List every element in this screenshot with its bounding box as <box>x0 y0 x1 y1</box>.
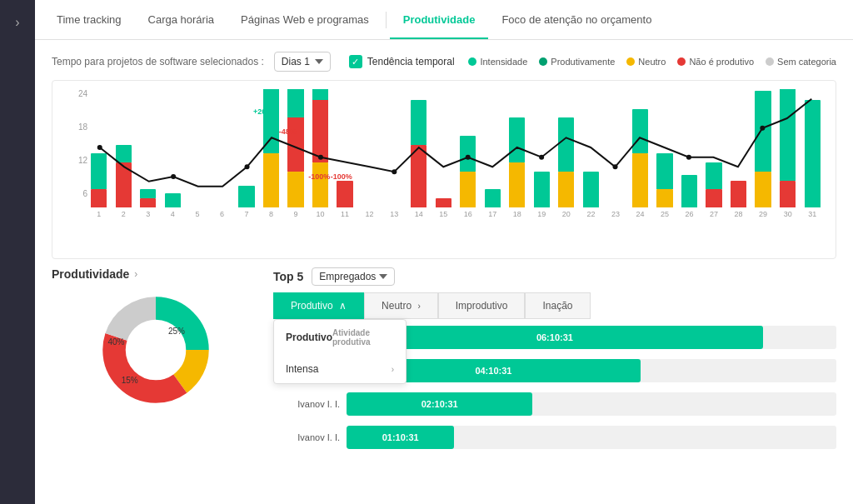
subtabs-container: Produtivo ∧ Neutro › Improdutivo Inação <box>273 292 836 319</box>
tab-bar: Time tracking Carga horária Páginas Web … <box>35 0 853 40</box>
dropdown-item-produtivo[interactable]: Produtivo Atividade produtiva <box>274 320 406 355</box>
bar-green <box>780 89 796 181</box>
bar-x-label: 26 <box>686 210 694 218</box>
donut-label-25: 25% <box>168 327 185 336</box>
tab-carga-horaria[interactable]: Carga horária <box>135 2 228 39</box>
bar-x-label: 7 <box>244 210 248 218</box>
bar-red <box>312 100 328 162</box>
bar-x-label: 22 <box>586 210 595 218</box>
bar-green <box>805 100 821 207</box>
legend-dot-neutro <box>626 57 635 66</box>
bar-x-label: 10 <box>317 210 325 218</box>
bar-x-label: 29 <box>759 210 767 218</box>
tendency-checkbox-row[interactable]: Tendência temporal <box>349 55 455 68</box>
tab-foco-atencao[interactable]: Foco de atenção no orçamento <box>488 2 665 39</box>
tab-time-tracking[interactable]: Time tracking <box>43 2 135 39</box>
y-label-6: 6 <box>64 189 87 198</box>
bar-row-3-value: 02:10:31 <box>422 399 458 409</box>
bar-green <box>534 172 550 207</box>
legend-intensidade: Intensidade <box>468 57 527 67</box>
bar-x-label: 12 <box>366 210 374 218</box>
legend-dot-intensidade <box>468 57 476 66</box>
bar-row-3-label: Ivanov I. I. <box>273 399 340 409</box>
annotation-plus20: +20% <box>253 107 272 116</box>
donut-chart: 25% 15% 40% <box>93 287 218 412</box>
bar-row-2-value: 04:10:31 <box>475 366 511 376</box>
bar-red <box>140 198 156 207</box>
bar-row-4-label: Ivanov I. I. <box>273 432 340 442</box>
bar-x-label: 20 <box>562 210 571 218</box>
bar-yellow <box>460 172 476 207</box>
bars-container: 1234567891011121314151617181920222324252… <box>87 89 824 218</box>
tendency-checkbox[interactable] <box>349 55 362 68</box>
bar-green <box>165 193 181 207</box>
annotation-minus48: -48% <box>279 127 297 136</box>
subtab-neutro[interactable]: Neutro › <box>364 292 438 319</box>
bar-red <box>780 181 796 207</box>
bar-x-label: 17 <box>488 210 496 218</box>
legend-dot-produtivamente <box>539 57 547 66</box>
bar-group-17: 17 <box>481 189 505 218</box>
bar-x-label: 28 <box>735 210 743 218</box>
bar-row-4: Ivanov I. I. 01:10:31 <box>273 422 836 452</box>
productivity-title: Produtividade <box>52 267 129 281</box>
bar-group-3: 3 <box>137 189 160 218</box>
tab-produtividade[interactable]: Produtividade <box>390 2 489 39</box>
legend-label-nao-produtivo: Não é produtivo <box>689 57 754 67</box>
subtab-produtivo[interactable]: Produtivo ∧ <box>273 292 364 319</box>
bar-row-3-fill: 02:10:31 <box>347 392 532 416</box>
donut-label-40: 40% <box>107 337 124 347</box>
y-axis: 24 18 12 6 <box>64 89 87 239</box>
bar-red <box>706 189 721 207</box>
bar-green <box>287 89 303 117</box>
dropdown-item-intensa-label: Intensa <box>286 363 318 375</box>
bar-green <box>263 89 279 153</box>
bar-x-label: 9 <box>294 210 298 218</box>
produtivo-dropdown-popup: Produtivo Atividade produtiva Intensa › <box>273 319 407 384</box>
bar-x-label: 8 <box>269 210 273 218</box>
tab-paginas-web[interactable]: Páginas Web e programas <box>227 2 382 39</box>
bar-green <box>681 175 697 207</box>
subtab-produtivo-chevron: ∧ <box>339 300 347 312</box>
tendency-label: Tendência temporal <box>367 56 455 67</box>
bar-row-1-fill: 06:10:31 <box>347 326 763 349</box>
chevron-down-icon <box>315 57 323 66</box>
bar-red <box>116 162 132 207</box>
bar-green <box>238 186 254 207</box>
bar-red <box>91 189 107 207</box>
bar-green <box>706 162 721 189</box>
legend-produtivamente: Produtivamente <box>539 57 615 67</box>
chart-inner: 1234567891011121314151617181920222324252… <box>87 89 824 239</box>
sidebar: › <box>0 0 35 504</box>
bar-group-27: 28 <box>727 181 751 218</box>
bar-x-label: 31 <box>808 210 816 218</box>
bar-x-label: 15 <box>439 210 447 218</box>
empregados-dropdown[interactable]: Empregados <box>312 267 395 286</box>
bar-x-label: 18 <box>513 210 521 218</box>
y-label-18: 18 <box>64 122 87 132</box>
bar-group-21: 22 <box>580 172 603 218</box>
days-dropdown[interactable]: Dias 1 <box>274 52 331 72</box>
dropdown-item-intensa[interactable]: Intensa › <box>274 355 406 383</box>
donut-wrapper: 25% 15% 40% <box>52 287 260 412</box>
bar-group-24: 25 <box>653 153 676 218</box>
bar-yellow <box>632 153 648 207</box>
legend-dot-sem-categoria <box>766 57 774 66</box>
bar-green <box>755 91 771 172</box>
subtab-inacao[interactable]: Inação <box>525 292 590 319</box>
dropdown-item-produtivo-label: Produtivo <box>286 332 332 343</box>
bar-yellow <box>558 172 574 207</box>
bar-group-29: 30 <box>776 89 800 218</box>
subtab-improdutivo[interactable]: Improdutivo <box>438 292 526 319</box>
bar-red <box>436 198 451 207</box>
bar-green <box>656 153 672 189</box>
bar-x-label: 4 <box>171 210 175 218</box>
bar-x-label: 16 <box>464 210 472 218</box>
bar-group-25: 26 <box>678 175 701 218</box>
productivity-arrow[interactable]: › <box>134 268 137 280</box>
sidebar-toggle[interactable]: › <box>8 8 26 37</box>
toolbar: Tempo para projetos de software selecion… <box>52 52 836 72</box>
bar-x-label: 30 <box>784 210 792 218</box>
subtab-neutro-label: Neutro <box>382 300 412 312</box>
bar-group-4: 4 <box>162 193 185 218</box>
